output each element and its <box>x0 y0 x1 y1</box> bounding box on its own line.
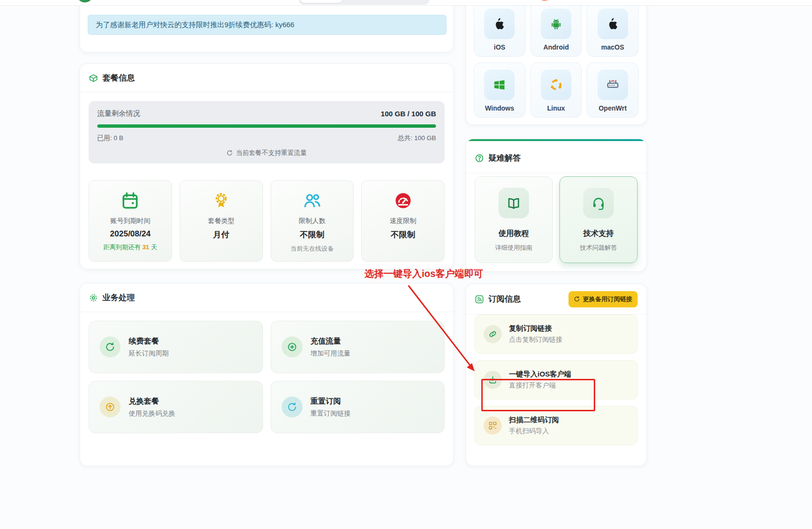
swap-subscription-link-button[interactable]: 更换备用订阅链接 <box>568 291 638 307</box>
scan-qr-subscribe-item[interactable]: 扫描二维码订阅 手机扫码导入 <box>475 406 638 445</box>
traffic-reset-note: 当前套餐不支持重置流量 <box>97 149 436 157</box>
platform-tile-macos[interactable]: macOS <box>587 1 639 57</box>
platform-tile-openwrt[interactable]: OpenWrt <box>587 62 639 118</box>
subscription-item-title: 复制订阅链接 <box>509 324 562 333</box>
traffic-used-label: 已用: 0 B <box>97 134 123 142</box>
days-remaining-number: 31 <box>142 244 149 251</box>
main-nav: 仪表盘 商店 更多 <box>299 0 429 5</box>
nav-tab-dashboard[interactable]: 仪表盘 <box>301 0 342 3</box>
package-info-header: 套餐信息 <box>80 64 453 92</box>
platform-label: Linux <box>547 104 565 112</box>
gear-icon <box>89 293 98 303</box>
platform-tile-ios[interactable]: iOS <box>474 1 526 57</box>
faq-tiles: 使用教程 详细使用指南 技术支持 技术问题解答 <box>475 176 638 263</box>
stat-label: 限制人数 <box>299 217 325 225</box>
business-header: 业务处理 <box>80 284 453 312</box>
top-navigation-bar: 快云加速 仪表盘 商店 更多 <box>0 0 812 6</box>
page: 快云加速 仪表盘 商店 更多 <box>0 0 812 529</box>
stat-label: 账号到期时间 <box>110 217 150 225</box>
arrow-up-circle-icon <box>100 397 121 417</box>
stat-extra-expiry: 距离到期还有 31 天 <box>103 243 157 252</box>
action-subtitle: 增加可用流量 <box>311 349 351 358</box>
stat-label: 套餐类型 <box>208 217 234 225</box>
package-info-card: 套餐信息 流量剩余情况 100 GB / 100 GB 已用: 0 B 总共: … <box>80 63 454 269</box>
platform-label: Android <box>543 43 569 51</box>
package-box-icon <box>89 73 98 83</box>
calendar-icon <box>120 191 140 211</box>
platform-tile-linux[interactable]: Linux <box>530 62 582 118</box>
action-title: 充值流量 <box>311 336 351 346</box>
promo-notice-banner: 为了感谢新老用户对快云的支持限时推出9折续费优惠码: ky666 <box>88 15 447 35</box>
apple-icon <box>598 9 628 39</box>
platform-label: macOS <box>601 43 624 51</box>
apple-icon <box>484 9 515 39</box>
notice-card: 为了感谢新老用户对快云的支持限时推出9折续费优惠码: ky666 <box>80 0 454 52</box>
platform-label: OpenWrt <box>599 104 627 112</box>
headset-icon <box>583 188 614 218</box>
renew-plan-button[interactable]: 续费套餐 延长订阅周期 <box>89 321 263 373</box>
section-title: 订阅信息 <box>488 294 521 305</box>
question-circle-icon <box>475 153 484 163</box>
windows-icon <box>484 70 515 100</box>
stat-extra-devices: 当前无在线设备 <box>290 244 334 253</box>
stat-label: 速度限制 <box>390 217 416 225</box>
renew-refresh-icon <box>100 336 121 357</box>
brand-logo-icon <box>76 0 93 2</box>
platform-grid: iOS Android macOS Windows <box>474 1 639 118</box>
book-icon <box>498 188 529 218</box>
action-subtitle: 重置订阅链接 <box>311 409 351 418</box>
stat-value: 2025/08/24 <box>110 229 151 239</box>
action-title: 兑换套餐 <box>129 397 175 407</box>
traffic-remaining-value: 100 GB / 100 GB <box>381 110 436 118</box>
tutorial-tile[interactable]: 使用教程 详细使用指南 <box>475 176 553 263</box>
android-icon <box>541 9 571 39</box>
promo-notice-text: 为了感谢新老用户对快云的支持限时推出9折续费优惠码: ky666 <box>96 20 294 30</box>
faq-tile-subtitle: 技术问题解答 <box>580 244 617 252</box>
brand-name: 快云加速 <box>98 0 136 0</box>
annotation-highlight-rectangle <box>481 379 595 411</box>
swap-button-label: 更换备用订阅链接 <box>583 295 632 304</box>
traffic-total-label: 总共: 100 GB <box>398 134 436 142</box>
stat-value: 不限制 <box>391 229 415 240</box>
redeem-plan-button[interactable]: 兑换套餐 使用兑换码兑换 <box>89 381 263 433</box>
nav-tab-more[interactable]: 更多 <box>386 0 427 3</box>
brand[interactable]: 快云加速 <box>76 0 136 2</box>
action-title: 续费套餐 <box>129 336 169 346</box>
qr-code-icon <box>484 417 502 435</box>
platform-tile-android[interactable]: Android <box>530 1 582 57</box>
topup-traffic-button[interactable]: 充值流量 增加可用流量 <box>271 321 445 373</box>
speed-gauge-icon <box>393 191 413 211</box>
stat-value: 不限制 <box>300 229 324 240</box>
subscription-header: 订阅信息 更换备用订阅链接 <box>466 284 646 315</box>
platform-tile-windows[interactable]: Windows <box>474 62 526 118</box>
subscription-item-subtitle: 手机扫码导入 <box>509 427 559 436</box>
support-tile[interactable]: 技术支持 技术问题解答 <box>559 176 638 263</box>
platforms-card: iOS Android macOS Windows <box>466 0 647 125</box>
reset-subscription-button[interactable]: 重置订阅 重置订阅链接 <box>271 381 445 433</box>
stat-card-device-limit: 限制人数 不限制 当前无在线设备 <box>271 180 354 262</box>
faq-header: 疑难解答 <box>466 139 646 173</box>
plus-circle-icon <box>282 336 303 357</box>
rss-icon <box>475 295 484 304</box>
section-title: 业务处理 <box>102 292 135 303</box>
traffic-panel: 流量剩余情况 100 GB / 100 GB 已用: 0 B 总共: 100 G… <box>89 101 445 163</box>
stat-card-expiry: 账号到期时间 2025/08/24 距离到期还有 31 天 <box>89 180 172 262</box>
user-area: wyc201603@gmail.com <box>521 0 639 6</box>
copy-subscription-link-item[interactable]: 复制订阅链接 点击复制订阅链接 <box>475 315 638 354</box>
business-actions-grid: 续费套餐 延长订阅周期 充值流量 增加可用流量 兑换套餐 <box>89 321 445 433</box>
traffic-progress-track <box>97 124 436 128</box>
stat-cards-row: 账号到期时间 2025/08/24 距离到期还有 31 天 套餐类型 月付 限制… <box>89 180 445 262</box>
traffic-remaining-label: 流量剩余情况 <box>97 109 140 118</box>
faq-tile-subtitle: 详细使用指南 <box>495 244 532 252</box>
subscription-item-title: 扫描二维码订阅 <box>509 416 559 425</box>
nav-tab-shop[interactable]: 商店 <box>343 0 385 3</box>
user-avatar[interactable] <box>538 0 551 1</box>
faq-card: 疑难解答 使用教程 详细使用指南 技术支持 技术问题解答 <box>466 139 647 272</box>
medal-icon <box>211 191 231 211</box>
users-icon <box>302 191 322 211</box>
traffic-reset-note-text: 当前套餐不支持重置流量 <box>236 149 307 157</box>
faq-tile-title: 使用教程 <box>498 229 529 239</box>
stat-card-speed-limit: 速度限制 不限制 <box>361 180 445 262</box>
business-card: 业务处理 续费套餐 延长订阅周期 充值流量 增加可用流量 <box>80 283 454 466</box>
router-icon <box>598 70 628 100</box>
